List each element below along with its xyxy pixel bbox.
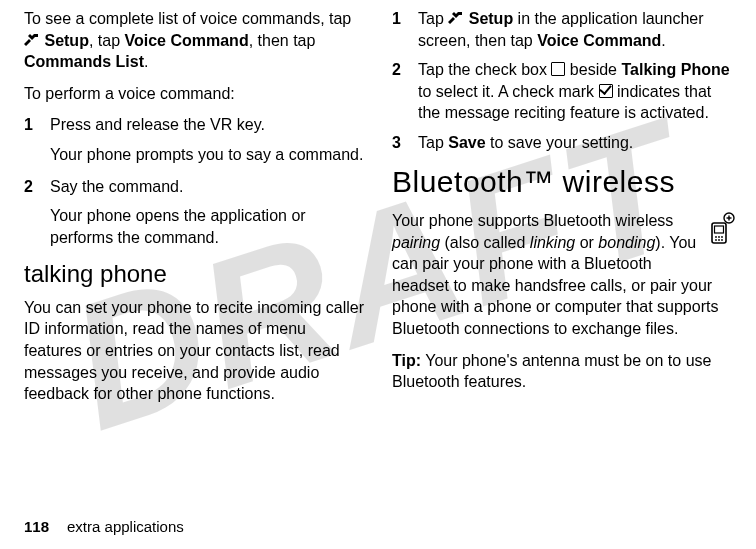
talking-phone-heading: talking phone: [24, 258, 368, 290]
step-text: Tap Save to save your setting.: [418, 132, 736, 154]
left-step-1-sub: Your phone prompts you to say a command.: [50, 144, 368, 166]
commands-list-label: Commands List: [24, 53, 144, 70]
step-number: 2: [24, 176, 50, 198]
setup-icon: [24, 32, 40, 49]
intro-commands-list: To see a complete list of voice commands…: [24, 8, 368, 73]
bluetooth-icon: [706, 212, 736, 252]
text: .: [144, 53, 148, 70]
setup-label: Setup: [44, 32, 88, 49]
setup-label: Setup: [469, 10, 513, 27]
left-column: To see a complete list of voice commands…: [24, 8, 368, 489]
text: Tap: [418, 134, 448, 151]
checkbox-empty-icon: [551, 62, 565, 76]
svg-point-5: [715, 236, 717, 238]
voice-command-label: Voice Command: [537, 32, 661, 49]
left-step-2: 2 Say the command.: [24, 176, 368, 198]
right-column: 1 Tap Setup in the application launcher …: [392, 8, 736, 489]
svg-point-10: [721, 239, 723, 241]
step-text: Press and release the VR key.: [50, 114, 368, 136]
tip-body: Your phone's antenna must be on to use B…: [392, 352, 711, 391]
save-label: Save: [448, 134, 485, 151]
talking-phone-label: Talking Phone: [621, 61, 729, 78]
text: beside: [565, 61, 621, 78]
step-text: Tap Setup in the application launcher sc…: [418, 8, 736, 51]
page-number: 118: [24, 518, 49, 535]
svg-point-9: [718, 239, 720, 241]
linking-term: linking: [530, 234, 575, 251]
pairing-term: pairing: [392, 234, 440, 251]
setup-icon: [448, 10, 464, 27]
left-step-2-sub: Your phone opens the application or perf…: [50, 205, 368, 248]
step-number: 2: [392, 59, 418, 124]
step-text: Say the command.: [50, 176, 368, 198]
text: Your phone supports Bluetooth wireless: [392, 212, 673, 229]
right-step-2: 2 Tap the check box beside Talking Phone…: [392, 59, 736, 124]
bluetooth-paragraph: Your phone supports Bluetooth wireless p…: [392, 210, 736, 340]
text: To see a complete list of voice commands…: [24, 10, 351, 27]
step-number: 1: [392, 8, 418, 51]
text: (also called: [440, 234, 530, 251]
page-content: To see a complete list of voice commands…: [0, 0, 756, 505]
text: , then tap: [249, 32, 316, 49]
svg-rect-4: [715, 226, 724, 233]
step-number: 3: [392, 132, 418, 154]
text: to save your setting.: [486, 134, 634, 151]
bluetooth-heading: Bluetooth™ wireless: [392, 162, 736, 203]
text: .: [661, 32, 665, 49]
checkbox-checked-icon: [599, 84, 613, 98]
svg-point-8: [715, 239, 717, 241]
section-name: extra applications: [67, 518, 184, 535]
text: Tap: [418, 10, 448, 27]
step-text: Tap the check box beside Talking Phone t…: [418, 59, 736, 124]
bluetooth-tip: Tip: Your phone's antenna must be on to …: [392, 350, 736, 393]
text: or: [575, 234, 598, 251]
talking-phone-paragraph: You can set your phone to recite incomin…: [24, 297, 368, 405]
perform-intro: To perform a voice command:: [24, 83, 368, 105]
tip-label: Tip:: [392, 352, 421, 369]
right-step-3: 3 Tap Save to save your setting.: [392, 132, 736, 154]
text: , tap: [89, 32, 125, 49]
svg-point-7: [721, 236, 723, 238]
text: to select it. A check mark: [418, 83, 599, 100]
voice-command-label: Voice Command: [124, 32, 248, 49]
left-step-1: 1 Press and release the VR key.: [24, 114, 368, 136]
bonding-term: bonding: [598, 234, 655, 251]
page-footer: 118extra applications: [24, 518, 184, 535]
right-step-1: 1 Tap Setup in the application launcher …: [392, 8, 736, 51]
step-number: 1: [24, 114, 50, 136]
svg-point-6: [718, 236, 720, 238]
text: Tap the check box: [418, 61, 551, 78]
